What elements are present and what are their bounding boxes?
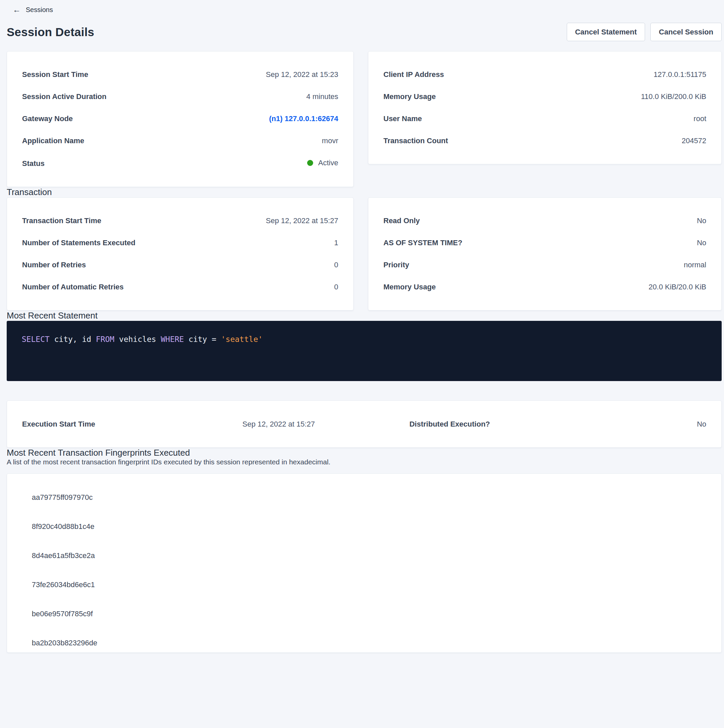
sql-text-columns: city, id: [49, 335, 96, 344]
transaction-left-card: Transaction Start Time Sep 12, 2022 at 1…: [7, 197, 354, 310]
read-only-value: No: [697, 214, 706, 227]
sql-statement-text: SELECT city, id FROM vehicles WHERE city…: [22, 335, 707, 344]
read-only-label: Read Only: [383, 214, 420, 227]
automatic-retries-row: Number of Automatic Retries 0: [22, 281, 338, 294]
status-active-dot-icon: [307, 160, 313, 166]
fingerprints-section-title: Most Recent Transaction Fingerprints Exe…: [7, 448, 722, 458]
sql-keyword-where: WHERE: [161, 335, 184, 344]
fingerprints-card: aa79775ff097970c 8f920c40d88b1c4e 8d4ae6…: [7, 473, 722, 653]
txn-memory-usage-value: 20.0 KiB/20.0 KiB: [649, 281, 706, 294]
back-link-sessions[interactable]: Sessions: [26, 6, 53, 14]
user-name-value: root: [693, 112, 706, 125]
number-of-retries-row: Number of Retries 0: [22, 258, 338, 271]
application-name-value: movr: [322, 135, 338, 147]
transaction-start-time-value: Sep 12, 2022 at 15:27: [266, 214, 338, 227]
sql-statement-block: SELECT city, id FROM vehicles WHERE city…: [7, 321, 722, 381]
transaction-count-value: 204572: [682, 135, 706, 147]
fingerprint-item: be06e9570f785c9f: [7, 609, 721, 619]
gateway-node-row: Gateway Node (n1) 127.0.0.1:62674: [22, 112, 338, 125]
status-row: Status Active: [22, 157, 338, 170]
as-of-system-time-row: AS OF SYSTEM TIME? No: [383, 237, 706, 249]
automatic-retries-value: 0: [334, 281, 338, 294]
gateway-node-link[interactable]: (n1) 127.0.0.1:62674: [269, 112, 338, 125]
back-navigation[interactable]: ← Sessions: [7, 4, 722, 15]
header-actions: Cancel Statement Cancel Session: [567, 23, 722, 41]
transaction-section-title: Transaction: [7, 187, 722, 197]
session-start-time-row: Session Start Time Sep 12, 2022 at 15:23: [22, 68, 338, 81]
session-memory-usage-value: 110.0 KiB/200.0 KiB: [641, 90, 706, 103]
application-name-row: Application Name movr: [22, 135, 338, 147]
sql-keyword-from: FROM: [96, 335, 115, 344]
page-title: Session Details: [7, 25, 94, 39]
session-memory-usage-label: Memory Usage: [383, 90, 436, 103]
fingerprint-item: ba2b203b823296de: [7, 638, 721, 648]
session-info-card: Session Start Time Sep 12, 2022 at 15:23…: [7, 51, 354, 187]
fingerprint-item: 8f920c40d88b1c4e: [7, 522, 721, 531]
as-of-system-time-label: AS OF SYSTEM TIME?: [383, 237, 462, 249]
transaction-row: Transaction Start Time Sep 12, 2022 at 1…: [7, 197, 722, 310]
session-active-duration-label: Session Active Duration: [22, 90, 106, 103]
page-header: Session Details Cancel Statement Cancel …: [7, 23, 722, 41]
transaction-right-card: Read Only No AS OF SYSTEM TIME? No Prior…: [368, 197, 722, 310]
status-value: Active: [318, 157, 338, 169]
fingerprint-item: 8d4ae61a5fb3ce2a: [7, 551, 721, 560]
execution-start-time-label: Execution Start Time: [22, 420, 193, 428]
transaction-count-label: Transaction Count: [383, 135, 448, 147]
sql-string-literal: 'seattle': [221, 335, 263, 344]
client-info-card: Client IP Address 127.0.0.1:51175 Memory…: [368, 51, 722, 164]
transaction-count-row: Transaction Count 204572: [383, 135, 706, 147]
txn-memory-usage-label: Memory Usage: [383, 281, 436, 294]
statement-section-title: Most Recent Statement: [7, 310, 722, 321]
session-summary-row: Session Start Time Sep 12, 2022 at 15:23…: [7, 51, 722, 187]
sql-text-table: vehicles: [115, 335, 161, 344]
as-of-system-time-value: No: [697, 237, 706, 249]
session-active-duration-value: 4 minutes: [306, 90, 338, 103]
fingerprint-item: 73fe26034bd6e6c1: [7, 580, 721, 589]
session-start-time-value: Sep 12, 2022 at 15:23: [266, 68, 338, 81]
user-name-label: User Name: [383, 112, 422, 125]
back-arrow-icon[interactable]: ←: [13, 6, 21, 14]
fingerprints-description: A list of the most recent transaction fi…: [7, 458, 722, 466]
transaction-start-time-row: Transaction Start Time Sep 12, 2022 at 1…: [22, 214, 338, 227]
session-memory-usage-row: Memory Usage 110.0 KiB/200.0 KiB: [383, 90, 706, 103]
session-details-page: ← Sessions Session Details Cancel Statem…: [7, 0, 722, 653]
client-ip-value: 127.0.0.1:51175: [654, 68, 706, 81]
session-start-time-label: Session Start Time: [22, 68, 88, 81]
user-name-row: User Name root: [383, 112, 706, 125]
number-of-retries-value: 0: [334, 258, 338, 271]
distributed-execution-value: No: [535, 420, 706, 428]
priority-label: Priority: [383, 258, 409, 271]
distributed-execution-label: Distributed Execution?: [364, 420, 535, 428]
statements-executed-value: 1: [334, 237, 338, 249]
client-ip-label: Client IP Address: [383, 68, 444, 81]
read-only-row: Read Only No: [383, 214, 706, 227]
automatic-retries-label: Number of Automatic Retries: [22, 281, 124, 294]
cancel-session-button[interactable]: Cancel Session: [651, 23, 722, 41]
sql-text-condition: city =: [184, 335, 221, 344]
status-badge: Active: [307, 157, 338, 169]
execution-card: Execution Start Time Sep 12, 2022 at 15:…: [7, 401, 722, 448]
priority-row: Priority normal: [383, 258, 706, 271]
txn-memory-usage-row: Memory Usage 20.0 KiB/20.0 KiB: [383, 281, 706, 294]
cancel-statement-button[interactable]: Cancel Statement: [567, 23, 645, 41]
statements-executed-row: Number of Statements Executed 1: [22, 237, 338, 249]
status-label: Status: [22, 157, 44, 170]
statements-executed-label: Number of Statements Executed: [22, 237, 136, 249]
client-ip-row: Client IP Address 127.0.0.1:51175: [383, 68, 706, 81]
priority-value: normal: [684, 258, 706, 271]
transaction-start-time-label: Transaction Start Time: [22, 214, 101, 227]
application-name-label: Application Name: [22, 135, 84, 147]
fingerprint-item: aa79775ff097970c: [7, 492, 721, 502]
sql-keyword-select: SELECT: [22, 335, 49, 344]
gateway-node-label: Gateway Node: [22, 112, 73, 125]
session-active-duration-row: Session Active Duration 4 minutes: [22, 90, 338, 103]
execution-start-time-value: Sep 12, 2022 at 15:27: [193, 420, 364, 428]
number-of-retries-label: Number of Retries: [22, 258, 86, 271]
